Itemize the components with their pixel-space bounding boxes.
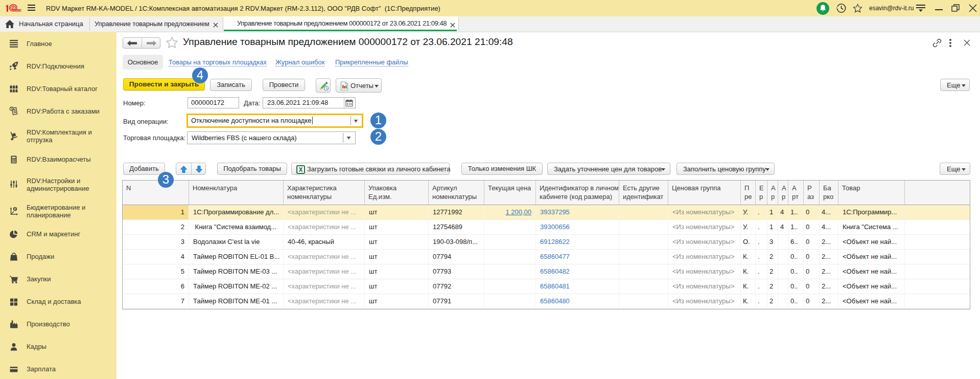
svg-text:₽: ₽ <box>14 207 16 211</box>
